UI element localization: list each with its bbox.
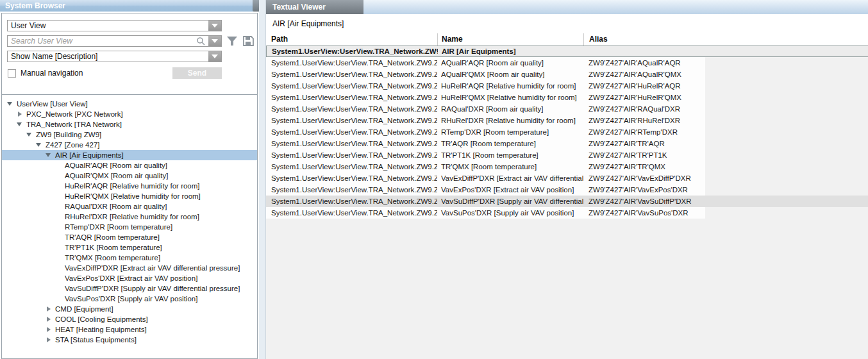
column-header-path[interactable]: Path — [266, 33, 437, 46]
cell-alias: ZW9'Z427'AIR'RHuRel'DXR — [583, 115, 705, 126]
tree-node[interactable]: VavSuPos'DXR [Supply air VAV position] — [2, 294, 257, 304]
row-filler — [705, 149, 868, 161]
chevron-down-icon[interactable] — [208, 21, 221, 31]
cell-path: System1.UserView:UserView.TRA_Network.ZW… — [267, 46, 438, 56]
tree-node[interactable]: CMD [Equipment] — [2, 304, 257, 314]
table-row[interactable]: System1.UserView:UserView.TRA_Network.ZW… — [266, 92, 868, 103]
expander-expanded-icon[interactable] — [17, 122, 26, 126]
tree-node-label: COOL [Cooling Equipments] — [55, 315, 148, 323]
tab-textual-viewer[interactable]: Textual Viewer — [266, 0, 363, 14]
display-mode-dropdown[interactable]: Show Name [Description] — [7, 51, 222, 62]
table-row[interactable]: System1.UserView:UserView.TRA_Network.ZW… — [266, 103, 868, 115]
tree-node[interactable]: AQualR'AQR [Room air quality] — [2, 160, 257, 171]
cell-path: System1.UserView:UserView.TRA_Network.ZW… — [266, 138, 437, 149]
row-filler — [705, 184, 868, 196]
save-icon[interactable] — [242, 35, 255, 47]
tree-node[interactable]: TR'AQR [Room temperature] — [2, 232, 257, 242]
tree-node[interactable]: HuRelR'QMX [Relative humidity for room] — [2, 191, 257, 201]
tree-node-label: TR'AQR [Room temperature] — [65, 233, 160, 241]
tree-node[interactable]: RTemp'DXR [Room temperature] — [2, 222, 257, 232]
expander-collapsed-icon[interactable] — [46, 306, 55, 312]
row-filler — [705, 196, 868, 207]
tree-node-label: CMD [Equipment] — [55, 305, 113, 313]
tree-node[interactable]: ZW9 [Building ZW9] — [2, 129, 257, 140]
row-filler — [705, 69, 868, 80]
table-row[interactable]: System1.UserView:UserView.TRA_Network.ZW… — [266, 172, 868, 184]
expander-collapsed-icon[interactable] — [46, 317, 55, 322]
column-header-name[interactable]: Name — [437, 33, 583, 46]
chevron-down-icon[interactable] — [208, 51, 221, 62]
table-row[interactable]: System1.UserView:UserView.TRA_Network.ZW… — [266, 69, 868, 80]
system-tree: UserView [User View]PXC_Network [PXC Net… — [2, 94, 257, 358]
view-selector-value: User View — [8, 21, 221, 31]
cell-path: System1.UserView:UserView.TRA_Network.ZW… — [266, 126, 437, 138]
send-button[interactable]: Send — [172, 67, 222, 79]
tree-node[interactable]: TR'PT1K [Room temperature] — [2, 242, 257, 253]
table-row[interactable]: System1.UserView:UserView.TRA_Network.ZW… — [266, 46, 868, 57]
table-row[interactable]: System1.UserView:UserView.TRA_Network.ZW… — [266, 184, 868, 196]
expander-collapsed-icon[interactable] — [17, 112, 26, 117]
textual-viewer-toolbar-area: AIR [Air Equipments] Path Name Alias — [266, 14, 868, 46]
cell-name: AQualR'AQR [Room air quality] — [437, 57, 583, 69]
tree-node[interactable]: HEAT [Heating Equipments] — [2, 324, 257, 335]
table-row[interactable]: System1.UserView:UserView.TRA_Network.ZW… — [266, 196, 868, 207]
expander-collapsed-icon[interactable] — [46, 337, 55, 342]
table-row[interactable]: System1.UserView:UserView.TRA_Network.ZW… — [266, 126, 868, 138]
system-browser-header: System Browser — [0, 0, 259, 12]
expander-expanded-icon[interactable] — [36, 143, 46, 147]
tree-node[interactable]: COOL [Cooling Equipments] — [2, 314, 257, 324]
search-input[interactable]: Search User View — [7, 35, 222, 47]
tree-node[interactable]: AIR [Air Equipments] — [2, 150, 257, 160]
tree-node[interactable]: AQualR'QMX [Room air quality] — [2, 171, 257, 181]
cell-alias: ZW9'Z427'AIR'TR'AQR — [583, 138, 705, 149]
tree-node[interactable]: UserView [User View] — [2, 99, 257, 109]
tree-node-label: HuRelR'AQR [Relative humidity for room] — [65, 182, 200, 190]
tree-node[interactable]: TR'QMX [Room temperature] — [2, 253, 257, 263]
system-browser-panel: System Browser User View Search User Vie… — [0, 0, 259, 359]
expander-expanded-icon[interactable] — [46, 153, 55, 157]
cell-name: HuRelR'AQR [Relative humidity for room] — [437, 80, 583, 92]
table-row[interactable]: System1.UserView:UserView.TRA_Network.ZW… — [266, 149, 868, 161]
expander-expanded-icon[interactable] — [7, 102, 17, 106]
tree-node[interactable]: HuRelR'AQR [Relative humidity for room] — [2, 181, 257, 191]
search-icon[interactable] — [196, 37, 206, 46]
tree-node-label: AQualR'AQR [Room air quality] — [65, 162, 167, 169]
table-row[interactable]: System1.UserView:UserView.TRA_Network.ZW… — [266, 57, 868, 69]
cell-name: VavExPos'DXR [Extract air VAV position] — [437, 184, 583, 196]
table-row[interactable]: System1.UserView:UserView.TRA_Network.ZW… — [266, 161, 868, 172]
cell-name: VavSuPos'DXR [Supply air VAV position] — [437, 207, 583, 219]
application-window: System Browser User View Search User Vie… — [0, 0, 868, 359]
view-selector-dropdown[interactable]: User View — [7, 20, 222, 31]
column-header-alias[interactable]: Alias — [583, 33, 868, 46]
cell-alias — [584, 46, 706, 56]
tree-node[interactable]: VavExPos'DXR [Extract air VAV position] — [2, 273, 257, 283]
row-filler — [705, 103, 868, 115]
tree-node[interactable]: PXC_Network [PXC Network] — [2, 109, 257, 119]
table-row[interactable]: System1.UserView:UserView.TRA_Network.ZW… — [266, 115, 868, 126]
tree-node[interactable]: Z427 [Zone 427] — [2, 140, 257, 150]
tree-node[interactable]: RHuRel'DXR [Relative humidity for room] — [2, 212, 257, 222]
manual-navigation-checkbox[interactable] — [8, 69, 16, 78]
tree-node[interactable]: TRA_Network [TRA Network] — [2, 119, 257, 129]
tree-node-label: TR'QMX [Room temperature] — [65, 254, 160, 262]
table-row[interactable]: System1.UserView:UserView.TRA_Network.ZW… — [266, 138, 868, 149]
tree-node[interactable]: VavExDiffP'DXR [Extract air VAV differen… — [2, 263, 257, 273]
filter-icon[interactable] — [226, 35, 238, 47]
row-filler — [706, 46, 868, 56]
search-options-chevron-icon[interactable] — [208, 36, 221, 46]
cell-alias: ZW9'Z427'AIR'RTemp'DXR — [583, 126, 705, 138]
row-filler — [705, 161, 868, 172]
expander-expanded-icon[interactable] — [26, 133, 36, 137]
tree-node[interactable]: RAQual'DXR [Room air quality] — [2, 201, 257, 212]
expander-collapsed-icon[interactable] — [46, 327, 55, 332]
tree-node-label: HuRelR'QMX [Relative humidity for room] — [65, 192, 201, 200]
tree-node[interactable]: VavSuDiffP'DXR [Supply air VAV different… — [2, 283, 257, 294]
cell-alias: ZW9'Z427'AIR'VavSuDiffP'DXR — [583, 196, 705, 207]
table-row[interactable]: System1.UserView:UserView.TRA_Network.ZW… — [266, 207, 868, 219]
panel-splitter[interactable] — [259, 0, 266, 359]
manual-navigation-label: Manual navigation — [21, 69, 83, 78]
table-row[interactable]: System1.UserView:UserView.TRA_Network.ZW… — [266, 80, 868, 92]
cell-path: System1.UserView:UserView.TRA_Network.ZW… — [266, 196, 437, 207]
row-filler — [705, 207, 868, 219]
tree-node[interactable]: STA [Status Equipments] — [2, 335, 257, 345]
